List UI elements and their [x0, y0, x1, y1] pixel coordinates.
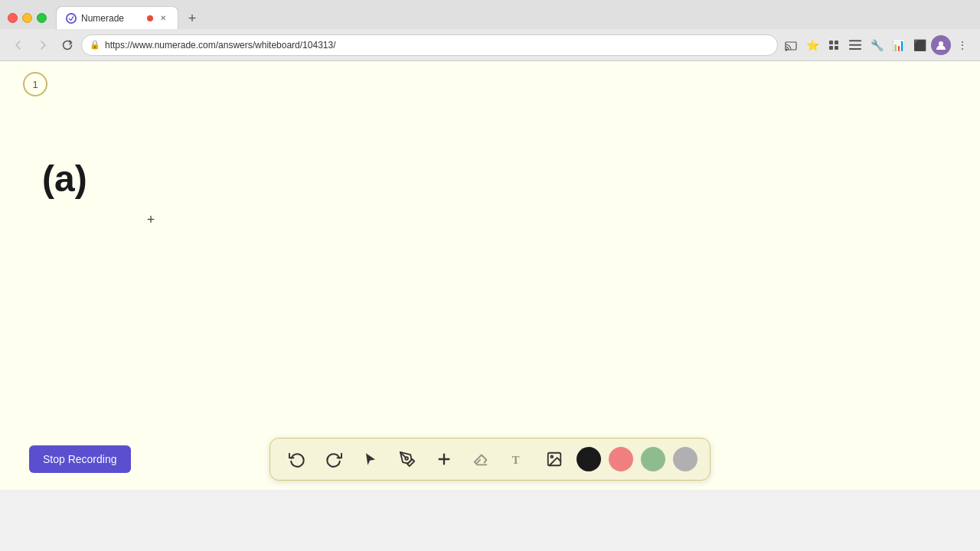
minimize-button[interactable] [22, 13, 32, 23]
extra-btn-1[interactable] [845, 35, 865, 55]
extra-btn-3[interactable]: 📊 [888, 35, 908, 55]
svg-point-0 [67, 13, 76, 22]
traffic-lights [8, 13, 47, 23]
text-tool-button[interactable]: T [503, 445, 532, 474]
svg-rect-3 [829, 41, 833, 44]
color-pink[interactable] [609, 447, 633, 471]
svg-rect-7 [849, 40, 861, 41]
extensions-button[interactable] [824, 35, 844, 55]
math-content: (a) [42, 161, 87, 197]
cast-button[interactable] [781, 35, 801, 55]
svg-line-14 [477, 460, 480, 463]
svg-rect-5 [829, 46, 833, 50]
undo-button[interactable] [283, 445, 312, 474]
svg-rect-8 [849, 44, 861, 45]
profile-button[interactable] [931, 35, 951, 55]
svg-point-2 [786, 49, 787, 51]
stop-recording-button[interactable]: Stop Recording [29, 445, 131, 473]
color-gray[interactable] [673, 447, 697, 471]
extra-btn-2[interactable]: 🔧 [867, 35, 887, 55]
nav-actions: ⭐ 🔧 📊 ⬛ ⋮ [781, 35, 972, 55]
back-button[interactable] [8, 34, 29, 56]
eraser-tool-button[interactable] [466, 445, 495, 474]
svg-rect-6 [835, 46, 838, 50]
page-number: 1 [32, 79, 38, 90]
tab-bar: Numerade ✕ + [56, 6, 972, 29]
reload-button[interactable] [57, 34, 78, 56]
redo-button[interactable] [319, 445, 348, 474]
image-tool-button[interactable] [540, 445, 569, 474]
toolbar: T [270, 438, 710, 481]
cursor-crosshair: + [145, 214, 157, 226]
svg-point-11 [405, 457, 408, 460]
url-text: https://www.numerade.com/answers/whitebo… [105, 40, 769, 51]
color-black[interactable] [577, 447, 601, 471]
svg-rect-9 [849, 48, 861, 50]
pen-tool-button[interactable] [393, 445, 422, 474]
add-tool-button[interactable] [430, 445, 459, 474]
active-tab[interactable]: Numerade ✕ [56, 6, 178, 29]
recording-indicator [147, 15, 153, 21]
svg-text:T: T [512, 454, 520, 466]
page-badge[interactable]: 1 [23, 72, 47, 96]
color-green[interactable] [641, 447, 665, 471]
close-button[interactable] [8, 13, 18, 23]
new-tab-button[interactable]: + [181, 8, 203, 29]
maximize-button[interactable] [37, 13, 47, 23]
menu-button[interactable]: ⋮ [952, 35, 972, 55]
title-bar: Numerade ✕ + [0, 0, 980, 29]
lock-icon: 🔒 [90, 40, 100, 50]
select-tool-button[interactable] [356, 445, 385, 474]
forward-button[interactable] [32, 34, 54, 56]
bookmark-button[interactable]: ⭐ [802, 35, 822, 55]
tab-title: Numerade [81, 13, 142, 24]
extra-btn-4[interactable]: ⬛ [910, 35, 929, 55]
nav-bar: 🔒 https://www.numerade.com/answers/white… [0, 29, 980, 61]
svg-rect-4 [835, 41, 838, 44]
tab-favicon [66, 13, 77, 24]
svg-point-17 [550, 455, 553, 458]
browser-window: Numerade ✕ + 🔒 https://www.numerade.com/… [0, 0, 980, 490]
tab-close-button[interactable]: ✕ [158, 13, 168, 24]
whiteboard[interactable]: 1 (a) + Stop Recording [0, 61, 980, 490]
address-bar[interactable]: 🔒 https://www.numerade.com/answers/white… [81, 34, 778, 56]
